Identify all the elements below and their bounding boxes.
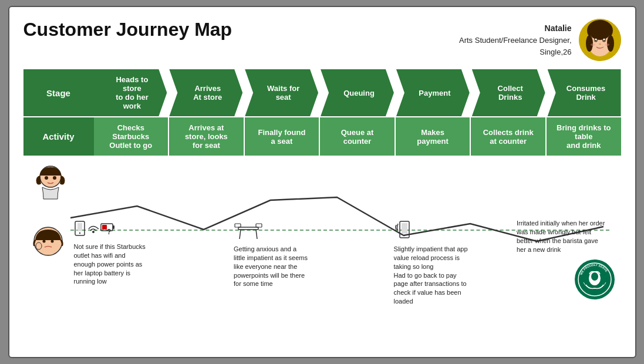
stage-label: Stage	[23, 69, 94, 116]
stage-arrow-5: Payment	[396, 69, 470, 116]
insight-4	[313, 219, 387, 306]
persona-info: Natalie Arts Student/Freelance Designer,…	[459, 22, 572, 58]
activity-cell-6: Collects drinkat counter	[471, 117, 545, 156]
insight-icon-5	[394, 219, 468, 242]
stage-arrow-3: Waits forseat	[245, 69, 318, 116]
stage-arrow-6: CollectDrinks	[472, 69, 545, 116]
persona-icon-left	[33, 165, 68, 208]
svg-point-12	[603, 40, 604, 41]
stage-arrow-2: ArrivesAt store	[169, 69, 242, 116]
insight-5: Slightly impatient that app value reload…	[390, 219, 471, 306]
svg-point-42	[42, 240, 45, 243]
insight-3: Getting anxious and a little impatient a…	[230, 219, 311, 306]
svg-rect-33	[402, 223, 407, 234]
insight-6	[474, 219, 511, 306]
svg-rect-25	[102, 225, 107, 230]
activity-cell-7: Bring drinks to tableand drink	[547, 117, 621, 156]
svg-point-18	[53, 176, 56, 180]
svg-point-11	[595, 40, 596, 41]
svg-rect-31	[256, 224, 262, 227]
svg-point-22	[92, 231, 95, 233]
activity-cell-4: Queue atcounter	[320, 117, 395, 156]
stage-arrow-4: Queuing	[321, 69, 394, 116]
svg-point-43	[50, 240, 53, 243]
insight-text-3: Getting anxious and a little impatient a…	[234, 245, 308, 288]
svg-point-39	[591, 272, 598, 281]
persona-avatar	[579, 19, 621, 61]
svg-rect-30	[235, 224, 241, 227]
insight-icon-3	[234, 219, 308, 242]
persona-name: Natalie	[459, 22, 572, 35]
insight-text-5: Slightly impatient that app value reload…	[394, 245, 468, 306]
svg-point-21	[79, 232, 80, 234]
svg-rect-24	[113, 225, 114, 229]
insight-icon-1: ?	[74, 219, 148, 240]
svg-point-6	[607, 35, 614, 52]
svg-point-34	[403, 235, 404, 236]
persona-area: Natalie Arts Student/Freelance Designer,…	[459, 19, 621, 61]
insights-row: ? Not sure if this Starbucks outlet has …	[70, 219, 609, 306]
activity-label: Activity	[23, 117, 94, 156]
activity-cell-5: Makespayment	[396, 117, 470, 156]
stage-arrow-1: Heads to storeto do her work	[94, 69, 167, 116]
svg-rect-27	[238, 227, 258, 230]
svg-point-15	[605, 43, 609, 46]
svg-point-14	[591, 43, 595, 46]
insight-1: ? Not sure if this Starbucks outlet has …	[70, 219, 151, 306]
svg-line-28	[240, 230, 241, 239]
insight-2	[154, 219, 228, 306]
svg-point-5	[586, 35, 593, 52]
stages-row: Stage Heads to storeto do her work Arriv…	[23, 69, 621, 116]
svg-line-29	[256, 230, 257, 239]
activity-cell-1: ChecksStarbucksOutlet to go	[94, 117, 168, 156]
svg-point-17	[45, 176, 48, 180]
customer-journey-map-card: Customer Journey Map Natalie Arts Studen…	[8, 6, 636, 358]
journey-area: ? Not sure if this Starbucks outlet has …	[23, 165, 621, 306]
stage-arrow-7: ConsumesDrink	[548, 69, 621, 116]
svg-point-13	[599, 43, 601, 45]
persona-icon-bottom	[33, 226, 63, 259]
page-title: Customer Journey Map	[23, 19, 232, 41]
insight-text-1: Not sure if this Starbucks outlet has wi…	[74, 242, 148, 286]
starbucks-logo: WE PROUDLY SERVE	[574, 259, 615, 300]
svg-point-4	[589, 23, 611, 40]
persona-description: Arts Student/Freelance Designer,Single,2…	[459, 35, 572, 58]
svg-rect-20	[77, 223, 82, 231]
activity-cell-3: Finally founda seat	[245, 117, 319, 156]
activity-row: Activity ChecksStarbucksOutlet to go Arr…	[23, 117, 621, 156]
svg-point-44	[36, 242, 42, 250]
activity-cell-2: Arrives atstore, looksfor seat	[169, 117, 244, 156]
svg-text:?: ?	[107, 228, 111, 236]
header-row: Customer Journey Map Natalie Arts Studen…	[23, 19, 621, 61]
insight-text-7: Irritated initially when her order was m…	[517, 219, 606, 254]
